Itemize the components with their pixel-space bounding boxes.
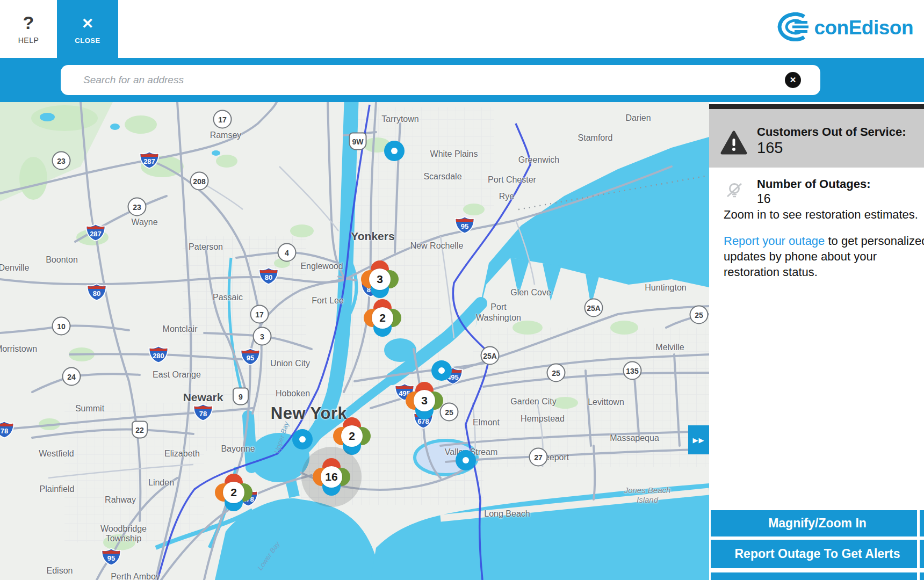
report-your-outage-link[interactable]: Report your outage bbox=[724, 234, 825, 248]
cluster-shape: 2 bbox=[364, 299, 401, 337]
map-label: Darien bbox=[625, 113, 651, 123]
sidebar-expand-tab[interactable]: ▶▶ bbox=[688, 425, 709, 454]
map-label: Yonkers bbox=[351, 230, 394, 243]
map-label: Union City bbox=[270, 359, 310, 368]
map-label: Passaic bbox=[213, 293, 243, 302]
report-outage-get-alerts-button[interactable]: Report Outage To Get Alerts bbox=[711, 540, 924, 568]
map-label: Boonton bbox=[46, 255, 78, 265]
map-label: Bayonne bbox=[221, 444, 255, 454]
map-label: Elmont bbox=[473, 418, 500, 427]
report-note-line3: restoration status. bbox=[724, 265, 818, 279]
map-label: Levittown bbox=[588, 397, 624, 407]
cluster-count: 2 bbox=[341, 425, 363, 447]
state-route-shield: 17 bbox=[250, 305, 269, 324]
map-label: Newark bbox=[183, 391, 223, 404]
interstate-shield: 78 bbox=[0, 421, 16, 439]
clear-search-button[interactable]: ✕ bbox=[785, 72, 801, 88]
map-label: Plainfield bbox=[40, 484, 75, 494]
route-number: 78 bbox=[0, 427, 16, 435]
map-label: Garden City bbox=[510, 397, 556, 407]
outage-cluster-marker[interactable]: 16 bbox=[313, 458, 350, 496]
report-note: Report your outage to get personalizedup… bbox=[724, 233, 924, 280]
dot-shape bbox=[384, 141, 405, 161]
number-of-outages-value: 16 bbox=[757, 192, 771, 206]
map-label: Township bbox=[106, 534, 142, 543]
route-number: 80 bbox=[85, 289, 109, 298]
map-label: Westfield bbox=[39, 449, 74, 459]
us-route-shield: 22 bbox=[132, 421, 148, 439]
state-route-shield: 3 bbox=[253, 327, 272, 346]
outage-dot-marker[interactable] bbox=[431, 360, 452, 381]
close-label: CLOSE bbox=[75, 37, 100, 45]
dot-shape bbox=[456, 450, 476, 470]
brand-name: conEdison bbox=[814, 17, 913, 39]
cluster-count: 2 bbox=[223, 482, 244, 503]
magnify-zoom-in-button[interactable]: Magnify/Zoom In bbox=[711, 510, 924, 536]
report-note-line1: to get personalized bbox=[825, 234, 924, 248]
map-label: Melville bbox=[655, 343, 684, 352]
customers-out-panel: Customers Out of Service: 165 bbox=[709, 109, 924, 168]
help-button[interactable]: ? HELP bbox=[0, 0, 57, 58]
state-route-shield: 24 bbox=[62, 367, 81, 386]
help-label: HELP bbox=[18, 36, 39, 45]
map-label: Upper Bay bbox=[272, 421, 290, 454]
route-number: 95 bbox=[239, 354, 262, 362]
map-label: Port bbox=[490, 302, 506, 312]
interstate-shield: 95 bbox=[99, 548, 123, 566]
warning-icon bbox=[720, 130, 747, 157]
map-label: Englewood bbox=[300, 262, 343, 271]
map-label: Tarrytown bbox=[381, 114, 418, 124]
search-input[interactable] bbox=[61, 65, 820, 95]
interstate-shield: 80 bbox=[257, 267, 280, 285]
map-label: Lower Bay bbox=[256, 540, 281, 572]
map-label: Jones Beach bbox=[624, 485, 671, 495]
map-label: Stamford bbox=[578, 133, 613, 143]
map-label: Summit bbox=[75, 404, 104, 414]
outage-cluster-marker[interactable]: 2 bbox=[364, 299, 401, 337]
report-note-line2: updates by phone about your bbox=[724, 250, 877, 263]
zoom-note: Zoom in to see restoration estimates. bbox=[724, 208, 918, 222]
clipped-bottom-button[interactable] bbox=[711, 572, 924, 580]
map-label: Edison bbox=[47, 566, 73, 576]
map-label: Washington bbox=[476, 313, 521, 323]
coned-logo: conEdison bbox=[776, 11, 913, 45]
state-route-shield: 4 bbox=[278, 243, 297, 262]
map-label: Elizabeth bbox=[164, 449, 200, 459]
cluster-count: 2 bbox=[372, 307, 393, 329]
outage-cluster-marker[interactable]: 3 bbox=[406, 382, 443, 419]
outage-dot-marker[interactable] bbox=[384, 141, 405, 161]
route-number: 95 bbox=[99, 554, 123, 562]
map-canvas[interactable]: RamseyTarrytownWhite PlainsDarienStamfor… bbox=[0, 102, 709, 580]
outage-cluster-marker[interactable]: 3 bbox=[361, 260, 399, 298]
outage-cluster-marker[interactable]: 2 bbox=[215, 474, 252, 511]
state-route-shield: 27 bbox=[529, 448, 548, 467]
outage-dot-marker[interactable] bbox=[292, 429, 313, 450]
cluster-count: 3 bbox=[369, 269, 391, 290]
us-route-shield: 9 bbox=[233, 388, 249, 405]
map-label: Rye bbox=[499, 192, 514, 201]
map-label: Denville bbox=[0, 263, 29, 273]
map-label: East Orange bbox=[153, 370, 201, 380]
expand-arrows-icon: ▶▶ bbox=[693, 436, 705, 444]
state-route-shield: 25 bbox=[547, 364, 566, 382]
interstate-shield: 95 bbox=[453, 216, 477, 234]
map-label: Island bbox=[637, 495, 658, 504]
state-route-shield: 17 bbox=[213, 110, 232, 129]
state-route-shield: 10 bbox=[52, 317, 71, 336]
interstate-shield: 80 bbox=[85, 284, 109, 301]
outage-summary-sidebar: Customers Out of Service: 165 Number of … bbox=[709, 102, 924, 580]
interstate-shield: 280 bbox=[147, 346, 170, 364]
cluster-shape: 2 bbox=[215, 474, 252, 511]
close-button[interactable]: ✕ CLOSE bbox=[57, 0, 118, 61]
search-box: ✕ bbox=[61, 65, 820, 95]
map-label: Hoboken bbox=[276, 389, 310, 398]
state-route-shield: 23 bbox=[52, 151, 71, 170]
route-number: 280 bbox=[147, 352, 170, 360]
outage-dot-marker[interactable] bbox=[456, 450, 476, 470]
map-label: Perth Amboy bbox=[111, 572, 160, 580]
route-number: 78 bbox=[191, 410, 215, 418]
dot-shape bbox=[292, 429, 313, 450]
dot-shape bbox=[431, 360, 452, 381]
map-overlay: RamseyTarrytownWhite PlainsDarienStamfor… bbox=[0, 102, 709, 580]
cluster-shape: 3 bbox=[361, 260, 399, 298]
